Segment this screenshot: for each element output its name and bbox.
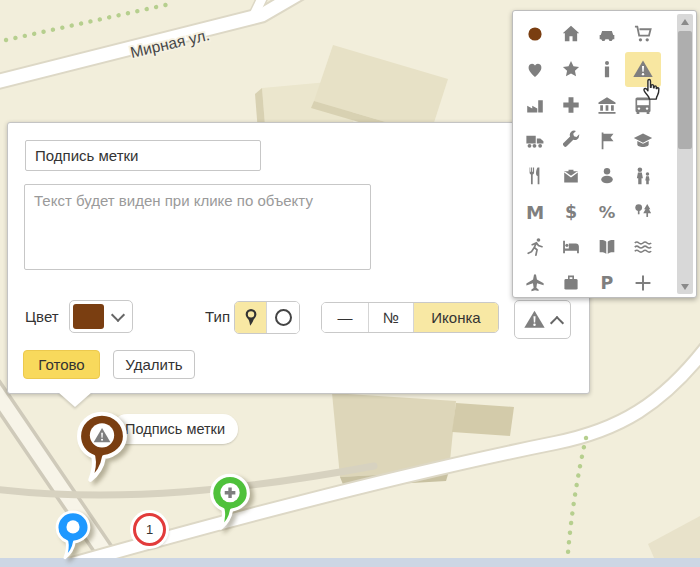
icon-add[interactable] — [625, 265, 661, 298]
done-button[interactable]: Готово — [23, 350, 100, 379]
scroll-up-arrow[interactable] — [677, 14, 693, 29]
icon-luggage[interactable] — [553, 265, 589, 298]
icon-person[interactable] — [589, 158, 625, 194]
edited-placemark-pin[interactable] — [73, 411, 131, 483]
icon-grid: M$%Р — [517, 16, 662, 298]
type-option-pin[interactable] — [235, 302, 267, 333]
circle-icon — [275, 309, 292, 326]
svg-text:M: M — [526, 202, 544, 223]
icon-restaurant[interactable] — [517, 158, 553, 194]
icon-museum[interactable] — [589, 87, 625, 123]
placemark-description-textarea[interactable] — [24, 184, 371, 270]
pin-icon — [240, 307, 261, 328]
icon-park[interactable] — [625, 194, 661, 230]
icon-parking[interactable]: Р — [589, 265, 625, 298]
mode-option-number[interactable]: № — [369, 303, 414, 332]
placemark-name-input[interactable] — [25, 140, 261, 171]
icon-star[interactable] — [553, 52, 589, 88]
type-toggle — [234, 301, 300, 334]
icon-flag[interactable] — [589, 123, 625, 159]
mode-option-dash[interactable]: — — [322, 303, 369, 332]
icon-picker-scrollbar[interactable] — [677, 14, 693, 294]
mode-option-icon[interactable]: Иконка — [414, 303, 498, 332]
icon-dot[interactable] — [517, 16, 553, 52]
icon-dropdown-button[interactable] — [514, 300, 571, 339]
scroll-down-arrow[interactable] — [677, 279, 693, 294]
icon-runner[interactable] — [517, 230, 553, 266]
icon-picker-panel: M$%Р — [512, 10, 697, 298]
chevron-down-icon — [111, 307, 125, 321]
chevron-up-icon — [550, 315, 564, 329]
icon-medical-cross[interactable] — [553, 87, 589, 123]
map-water-strip — [0, 558, 700, 567]
green-placemark-pin[interactable] — [207, 472, 253, 532]
blue-placemark-pin[interactable] — [53, 510, 93, 560]
icon-wrench[interactable] — [553, 123, 589, 159]
icon-hotel[interactable] — [553, 230, 589, 266]
svg-text:Р: Р — [601, 273, 614, 293]
icon-bus[interactable] — [625, 87, 661, 123]
color-swatch — [73, 304, 104, 329]
svg-text:$: $ — [565, 202, 577, 222]
numbered-point-marker[interactable]: 1 — [133, 513, 166, 546]
numbered-point-value: 1 — [146, 522, 153, 537]
scrollbar-thumb[interactable] — [678, 31, 692, 149]
svg-text:%: % — [599, 203, 616, 222]
icon-dollar[interactable]: $ — [553, 194, 589, 230]
icon-factory[interactable] — [517, 87, 553, 123]
icon-car[interactable] — [589, 16, 625, 52]
icon-warning[interactable] — [625, 52, 661, 88]
icon-home[interactable] — [553, 16, 589, 52]
editor-panel-tail — [58, 392, 92, 407]
icon-heart[interactable] — [517, 52, 553, 88]
icon-graduation-cap[interactable] — [625, 123, 661, 159]
placemark-editor-panel: Цвет Тип — № Иконка Готов — [7, 122, 590, 394]
icon-airplane[interactable] — [517, 265, 553, 298]
icon-book[interactable] — [589, 230, 625, 266]
icon-percent[interactable]: % — [589, 194, 625, 230]
selected-icon-preview — [523, 308, 546, 331]
type-option-circle[interactable] — [267, 302, 299, 333]
icon-truck[interactable] — [517, 123, 553, 159]
color-select[interactable] — [69, 300, 133, 333]
icon-family[interactable] — [625, 158, 661, 194]
icon-water[interactable] — [625, 230, 661, 266]
content-mode-toggle: — № Иконка — [321, 302, 499, 333]
icon-mail[interactable] — [553, 158, 589, 194]
delete-button[interactable]: Удалить — [113, 350, 195, 379]
icon-info[interactable] — [589, 52, 625, 88]
icon-cart[interactable] — [625, 16, 661, 52]
color-label: Цвет — [25, 300, 59, 333]
map-canvas[interactable]: Мирная ул. Подпись метки 1 Цвет Тип — [0, 0, 700, 567]
icon-metro[interactable]: M — [517, 194, 553, 230]
type-label: Тип — [205, 300, 230, 333]
